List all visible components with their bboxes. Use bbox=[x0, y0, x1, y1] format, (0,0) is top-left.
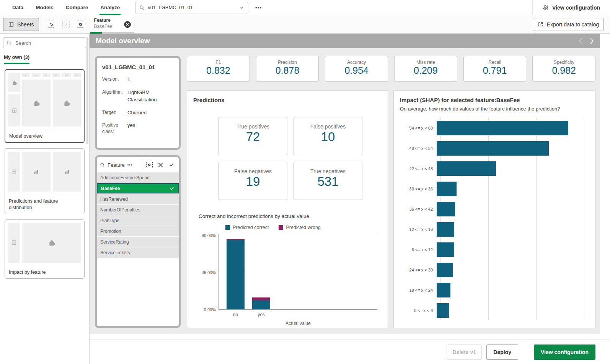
metric-card-f1: F10.832 bbox=[187, 56, 250, 82]
sheet-card-predictions-distribution[interactable]: Predictions and feature distribution bbox=[5, 148, 85, 214]
sidebar-section-my-own[interactable]: My own (3) bbox=[4, 54, 29, 64]
kpi-true-negatives: True negatives 531 bbox=[294, 162, 362, 200]
shap-bar-area bbox=[437, 263, 587, 277]
thumb-kpi-chip: #1 bbox=[42, 73, 51, 77]
step-back-selection-button[interactable] bbox=[47, 20, 57, 29]
feature-item-hasrenewed[interactable]: HasRenewed bbox=[97, 194, 179, 204]
shap-bar-54-x-60[interactable] bbox=[437, 121, 568, 135]
shap-bar-30-x-36[interactable] bbox=[437, 182, 457, 196]
more-menu-button[interactable]: ••• bbox=[255, 5, 262, 10]
feature-item-numberofpenalties[interactable]: NumberOfPenalties bbox=[97, 205, 179, 215]
y-tick-label: 45.00% bbox=[193, 270, 216, 275]
redo-selection-icon bbox=[62, 21, 70, 28]
puzzle-icon bbox=[63, 99, 70, 107]
metric-card-accuracy: Accuracy0.954 bbox=[325, 56, 388, 82]
feature-item-label: BaseFee bbox=[101, 186, 120, 191]
metric-label: Recall bbox=[488, 60, 501, 65]
model-selector[interactable]: v01_LGBMC_01_01 bbox=[135, 2, 248, 13]
check-icon bbox=[169, 162, 174, 167]
step-forward-selection-button[interactable] bbox=[61, 20, 71, 29]
shap-bin-label: 12 <= x < 18 bbox=[400, 227, 437, 232]
tab-data[interactable]: Data bbox=[11, 0, 24, 15]
shap-bar-0-x-6[interactable] bbox=[437, 303, 449, 318]
clear-feature-selection-button[interactable] bbox=[145, 161, 153, 169]
y-gridline bbox=[219, 235, 377, 235]
cancel-selection-button[interactable] bbox=[156, 161, 165, 169]
clear-all-selections-button[interactable] bbox=[76, 20, 86, 29]
model-card-row-label: Positive class: bbox=[102, 122, 127, 134]
model-card-rows: Version:1Algorithm:LightGBM Classificati… bbox=[102, 76, 175, 135]
feature-item-label: HasRenewed bbox=[100, 197, 128, 202]
deploy-button[interactable]: Deploy bbox=[486, 344, 518, 360]
tab-label: Models bbox=[36, 5, 54, 10]
sheet-card-impact-by-feature[interactable]: Impact by feature bbox=[5, 219, 85, 279]
puzzle-icon bbox=[33, 99, 40, 107]
view-configuration-button[interactable]: View configuration bbox=[534, 344, 595, 360]
remove-selection-button[interactable] bbox=[124, 21, 131, 28]
undo-selection-icon bbox=[48, 21, 55, 28]
sheet-search-input[interactable] bbox=[15, 40, 83, 46]
shap-bar-24-x-30[interactable] bbox=[437, 263, 453, 277]
sheets-panel-icon bbox=[8, 21, 14, 28]
shap-row: 6 <= x < 12 bbox=[400, 239, 589, 260]
bar-segment-predicted-correct[interactable] bbox=[227, 240, 245, 309]
selection-chip-feature[interactable]: Feature BaseFee bbox=[90, 15, 134, 34]
shap-bar-12-x-18[interactable] bbox=[437, 222, 454, 237]
shap-bar-42-x-48[interactable] bbox=[437, 161, 496, 176]
metric-value: 0.878 bbox=[276, 65, 300, 76]
filter-pane-icon bbox=[11, 240, 17, 245]
shap-bar-area bbox=[437, 222, 587, 237]
feature-item-basefee[interactable]: BaseFee bbox=[97, 183, 179, 193]
export-data-button[interactable]: Export data to catalog bbox=[533, 18, 604, 31]
feature-item-plantype[interactable]: PlanType bbox=[97, 215, 179, 226]
clear-selections-icon bbox=[77, 21, 84, 28]
feature-item-label: AdditionalFeatureSpend bbox=[100, 175, 150, 180]
shap-bar-18-x-24[interactable] bbox=[437, 283, 450, 297]
feature-panel-more-button[interactable]: ••• bbox=[127, 163, 133, 167]
shap-bin-label: 6 <= x < 12 bbox=[400, 247, 437, 252]
tab-compare[interactable]: Compare bbox=[65, 0, 89, 15]
thumb-cell bbox=[8, 152, 20, 192]
y-tick-label: 90.00% bbox=[193, 233, 216, 238]
shap-bar-6-x-12[interactable] bbox=[437, 242, 454, 257]
stacked-bar-yes[interactable] bbox=[252, 297, 270, 309]
view-configuration-top-button[interactable]: View configuration bbox=[543, 5, 600, 11]
confirm-selection-button[interactable] bbox=[167, 161, 176, 169]
sheet-card-model-overview[interactable]: #1#1#1#1#1#1 bbox=[5, 69, 85, 143]
feature-item-label: Promotion bbox=[100, 229, 121, 234]
previous-sheet-button[interactable] bbox=[579, 37, 583, 44]
shap-bar-48-x-54[interactable] bbox=[437, 141, 549, 156]
next-sheet-button[interactable] bbox=[590, 37, 594, 44]
feature-panel-title: Feature bbox=[108, 162, 125, 168]
feature-item-additionalfeaturespend[interactable]: AdditionalFeatureSpend bbox=[97, 172, 179, 183]
sheet-card-title: Impact by feature bbox=[5, 266, 84, 278]
action-footer: Delete v1 Deploy View configuration bbox=[90, 340, 610, 364]
shap-bar-area bbox=[437, 182, 587, 196]
model-card-row: Algorithm:LightGBM Classification bbox=[102, 89, 175, 104]
export-label: Export data to catalog bbox=[547, 21, 599, 28]
sheet-search-box[interactable] bbox=[3, 37, 86, 48]
tab-models[interactable]: Models bbox=[35, 0, 54, 15]
automl-analyze-app: DataModelsCompareAnalyze v01_LGBMC_01_01… bbox=[0, 0, 610, 364]
legend-swatch bbox=[279, 225, 283, 230]
stacked-bar-no[interactable] bbox=[227, 239, 245, 309]
kpi-false-negatives: False negatives 19 bbox=[219, 162, 287, 200]
shap-row: 18 <= x < 24 bbox=[400, 280, 589, 300]
tab-label: Compare bbox=[66, 5, 88, 10]
shap-bar-area bbox=[437, 121, 587, 135]
sheets-toggle-button[interactable]: Sheets bbox=[3, 18, 39, 31]
tab-analyze[interactable]: Analyze bbox=[99, 0, 121, 15]
legend-item-predicted-correct[interactable]: Predicted correct bbox=[225, 225, 269, 230]
feature-item-servicerating[interactable]: ServiceRating bbox=[97, 237, 179, 247]
bar-segment-predicted-correct[interactable] bbox=[252, 300, 270, 310]
legend-item-predicted-wrong[interactable]: Predicted wrong bbox=[279, 225, 320, 230]
feature-item-servicetickets[interactable]: ServiceTickets bbox=[97, 247, 179, 258]
search-icon[interactable] bbox=[100, 162, 105, 167]
sidebar-scrollbar[interactable] bbox=[86, 37, 88, 144]
feature-item-promotion[interactable]: Promotion bbox=[97, 226, 179, 236]
model-card-row-label: Target: bbox=[102, 109, 127, 117]
shap-bar-36-x-42[interactable] bbox=[437, 202, 455, 216]
shap-bin-label: 30 <= x < 36 bbox=[400, 187, 437, 191]
sheet-header: Model overview bbox=[90, 34, 600, 48]
delete-version-button[interactable]: Delete v1 bbox=[447, 344, 482, 360]
